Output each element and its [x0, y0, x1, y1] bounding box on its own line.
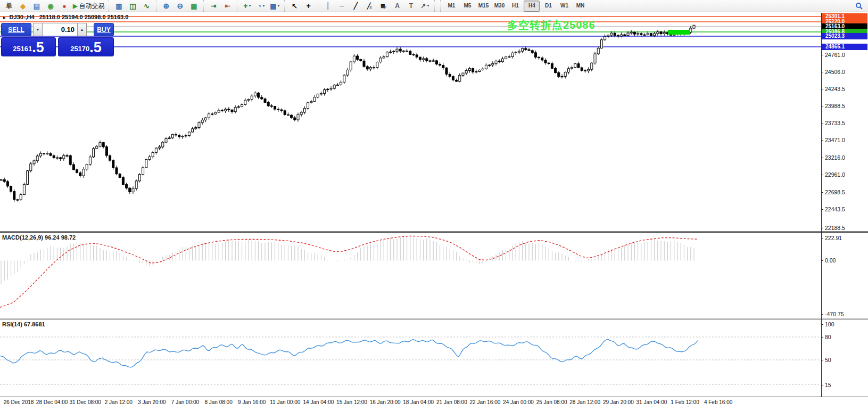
indicators-add-icon[interactable]: +▾: [241, 1, 253, 11]
timeframe-h1[interactable]: H1: [508, 1, 523, 11]
time-axis-label: 7 Jan 00:00: [171, 399, 199, 405]
text-label-tool-button[interactable]: T: [404, 1, 417, 11]
rsi-tick-label: 50: [825, 357, 831, 363]
community-icon[interactable]: ●: [58, 1, 71, 11]
deposit-icon[interactable]: ◆: [16, 1, 29, 11]
macd-tick-label: 222.91: [825, 235, 842, 241]
timeframe-m5[interactable]: M5: [460, 1, 475, 11]
rsi-pane[interactable]: [0, 320, 821, 397]
line-chart-icon[interactable]: ∿: [140, 1, 153, 11]
pane-separator[interactable]: [0, 318, 868, 319]
buy-price[interactable]: 25170 .5: [58, 37, 114, 56]
sell-price[interactable]: 25161 .5: [1, 37, 56, 56]
price-level-badge: 25023.3: [822, 33, 867, 39]
auto-scroll-icon[interactable]: ⇥: [207, 1, 220, 11]
volume-up-button[interactable]: ▲: [77, 23, 87, 36]
horizontal-line-icon[interactable]: ─: [335, 1, 348, 11]
periods-clock-icon[interactable]: ◔▾: [254, 1, 267, 11]
ohlc-values: 25118.0 25194.0 25098.0 25163.0: [39, 14, 129, 20]
price-tick: [821, 228, 823, 228]
autotrading-button[interactable]: ▶自动交易: [72, 1, 105, 11]
channel-icon[interactable]: ╱E: [363, 1, 376, 11]
arrows-tool-icon[interactable]: ↗▾: [418, 1, 431, 11]
zoom-in-icon[interactable]: ⊕: [160, 1, 172, 11]
sell-button[interactable]: SELL: [1, 23, 31, 36]
volume-input[interactable]: [43, 23, 77, 36]
pane-separator[interactable]: [0, 231, 868, 233]
timeframe-mn[interactable]: MN: [573, 1, 588, 11]
fibonacci-icon[interactable]: ≣F: [377, 1, 390, 11]
time-axis-label: 4 Feb 16:00: [704, 399, 732, 405]
buy-button[interactable]: BUY: [94, 23, 114, 36]
bar-chart-icon[interactable]: ▥: [112, 1, 125, 11]
sell-price-pips: .5: [32, 40, 44, 55]
signals-icon[interactable]: ◉: [44, 1, 57, 11]
time-axis-border: [0, 397, 868, 397]
text-tool-button[interactable]: A: [391, 1, 403, 11]
time-axis-label: 26 Dec 2018: [4, 399, 34, 405]
time-axis-label: 8 Jan 08:00: [204, 399, 232, 405]
price-tick: [821, 158, 823, 158]
one-click-trading-panel: SELL ▼ ▲ BUY 25161 .5 25170 .5: [1, 23, 114, 56]
price-tick-label: 22443.5: [825, 206, 845, 212]
rsi-label: RSI(14) 67.8681: [2, 321, 45, 327]
rsi-tick-label: 80: [825, 334, 831, 340]
crosshair-icon[interactable]: +: [302, 1, 315, 11]
price-tick-label: 23216.0: [825, 154, 845, 161]
price-tick-label: 24506.0: [825, 69, 845, 75]
price-chart-pane[interactable]: [0, 13, 821, 231]
time-axis-label: 2 Jan 12:00: [105, 399, 133, 405]
time-axis-label: 14 Jan 04:00: [303, 399, 334, 405]
timeframe-h4[interactable]: H4: [524, 1, 540, 12]
timeframe-d1[interactable]: D1: [541, 1, 556, 11]
timeframe-m15[interactable]: M15: [476, 1, 491, 11]
time-axis-label: 3 Jan 20:00: [138, 399, 166, 405]
time-axis-label: 22 Jan 16:00: [469, 399, 500, 405]
macd-label: MACD(12,26,9) 96.24 98.72: [2, 234, 76, 241]
time-axis-label: 25 Jan 08:00: [536, 399, 567, 405]
price-tick: [821, 123, 823, 124]
rsi-tick-label: 15: [825, 382, 831, 388]
chart-marker-icon: ▸: [3, 15, 6, 20]
vertical-line-icon[interactable]: │: [321, 1, 334, 11]
time-axis-label: 1 Feb 12:00: [671, 399, 699, 405]
buy-price-pips: .5: [89, 40, 102, 55]
time-axis-label: 28 Jan 12:00: [569, 399, 600, 405]
time-axis-label: 24 Jan 00:00: [503, 399, 534, 405]
price-tick-label: 23471.0: [825, 137, 845, 143]
mt4-window: 单◆▤◉●▶自动交易▥◫∿⊕⊖▦⇥⇤+▾◔▾▩▾↖+│─╱╱E≣FAT↗▾ M1…: [0, 0, 868, 411]
search-icon[interactable]: [853, 1, 865, 11]
price-axis-border: [821, 13, 822, 397]
candle-chart-icon[interactable]: ◫: [126, 1, 139, 11]
time-axis-label: 31 Dec 08:00: [69, 399, 101, 405]
price-tick: [821, 140, 823, 141]
pivot-annotation: 多空转折点25086: [507, 18, 596, 32]
timeframe-m30[interactable]: M30: [492, 1, 507, 11]
price-tick: [821, 175, 823, 175]
price-tick-label: 23733.5: [825, 120, 845, 126]
new-order-button[interactable]: 单: [3, 1, 15, 11]
price-tick-label: 24761.0: [825, 52, 845, 58]
zoom-out-icon[interactable]: ⊖: [173, 1, 186, 11]
time-axis-label: 15 Jan 12:00: [336, 399, 367, 405]
cursor-icon[interactable]: ↖: [288, 1, 301, 11]
trendline-icon[interactable]: ╱: [349, 1, 362, 11]
rsi-tick-label: 100: [825, 321, 834, 327]
time-axis-label: 9 Jan 16:00: [238, 399, 266, 405]
time-axis-label: 31 Jan 04:00: [636, 399, 667, 405]
toolbar: 单◆▤◉●▶自动交易▥◫∿⊕⊖▦⇥⇤+▾◔▾▩▾↖+│─╱╱E≣FAT↗▾ M1…: [0, 0, 868, 12]
rsi-tick: [821, 385, 823, 385]
timeframe-group: M1M5M15M30H1H4D1W1MN: [440, 0, 588, 12]
macd-tick: [821, 260, 823, 261]
timeframe-m1[interactable]: M1: [444, 1, 459, 11]
timeframe-w1[interactable]: W1: [557, 1, 572, 11]
chart-shift-icon[interactable]: ⇤: [221, 1, 234, 11]
price-tick: [821, 72, 823, 72]
tile-windows-icon[interactable]: ▦: [187, 1, 200, 11]
chart-window-icon[interactable]: ▤: [30, 1, 43, 11]
macd-pane[interactable]: [0, 233, 821, 318]
volume-down-button[interactable]: ▼: [33, 23, 43, 36]
templates-icon[interactable]: ▩▾: [268, 1, 281, 11]
macd-tick-label: 0.00: [825, 257, 836, 264]
macd-tick: [821, 314, 823, 315]
